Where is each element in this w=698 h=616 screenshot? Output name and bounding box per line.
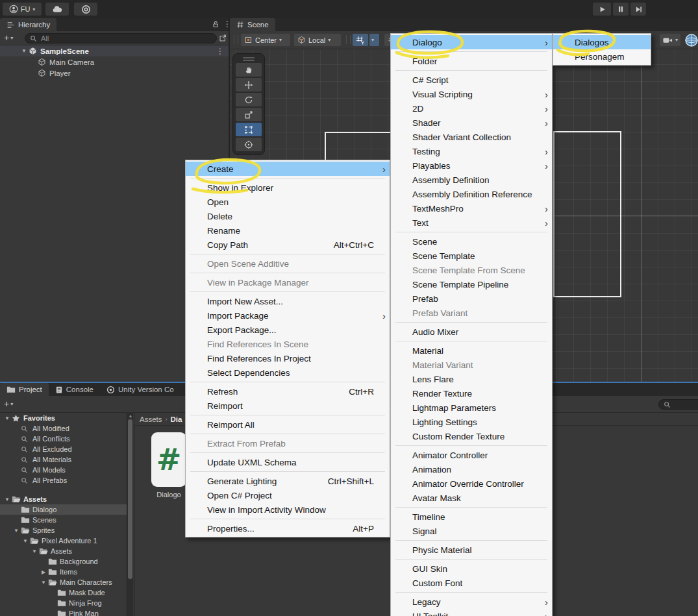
tree-row-all-prefabs[interactable]: All Prefabs xyxy=(0,475,127,486)
arrow-open-icon[interactable]: ▼ xyxy=(3,415,12,421)
menu-item-custom-render-texture[interactable]: Custom Render Texture xyxy=(391,429,552,443)
menu-item-generate-lighting[interactable]: Generate LightingCtrl+Shift+L xyxy=(186,474,390,488)
menu-item-folder[interactable]: Folder xyxy=(391,54,552,68)
tree-row-all-excluded[interactable]: All Excluded xyxy=(0,444,127,454)
project-search-input[interactable] xyxy=(673,400,698,409)
menu-item-export-package[interactable]: Export Package... xyxy=(186,323,390,337)
tree-row-pixel-adventure-1[interactable]: ▼Pixel Adventure 1 xyxy=(0,536,127,546)
move-tool-button[interactable] xyxy=(236,78,262,92)
tab-scene[interactable]: Scene xyxy=(230,18,275,31)
menu-item-reimport-all[interactable]: Reimport All xyxy=(186,417,390,432)
cloud-button[interactable] xyxy=(45,3,69,16)
rect-tool-button[interactable] xyxy=(236,123,262,136)
menu-item-physic-material[interactable]: Physic Material xyxy=(391,543,552,557)
transform-tool-button[interactable] xyxy=(236,138,262,151)
lock-icon[interactable] xyxy=(212,20,219,29)
menu-item-personagem[interactable]: Personagem xyxy=(553,49,651,64)
scale-tool-button[interactable] xyxy=(236,108,262,121)
menu-item-refresh[interactable]: RefreshCtrl+R xyxy=(186,384,390,399)
menu-item-material[interactable]: Material xyxy=(391,343,552,358)
menu-item-find-references-in-scene[interactable]: Find References In Scene xyxy=(186,337,390,351)
tree-row-all-modified[interactable]: All Modified xyxy=(0,423,127,434)
menu-item-animator-override-controller[interactable]: Animator Override Controller xyxy=(391,476,552,491)
tree-row-main-camera[interactable]: Main Camera xyxy=(0,56,229,68)
menu-item-legacy[interactable]: Legacy› xyxy=(391,595,552,609)
menu-item-ui-toolkit[interactable]: UI Toolkit› xyxy=(391,609,552,616)
asset-csharp-script-icon[interactable]: # xyxy=(151,432,186,487)
palette-drag-handle[interactable] xyxy=(236,56,262,62)
grid-visibility-button[interactable] xyxy=(353,34,368,46)
menu-item-show-in-explorer[interactable]: Show in Explorer xyxy=(186,180,390,195)
scene-gizmo-button[interactable] xyxy=(684,34,698,46)
menu-item-2d[interactable]: 2D› xyxy=(391,101,552,116)
menu-item-animator-controller[interactable]: Animator Controller xyxy=(391,448,552,462)
scene-camera-button[interactable]: ▾ xyxy=(660,34,680,46)
menu-item-dialogo[interactable]: Dialogo› xyxy=(391,35,552,49)
orientation-button[interactable]: Local ▾ xyxy=(294,34,341,46)
menu-item-shader-variant-collection[interactable]: Shader Variant Collection xyxy=(391,130,552,144)
menu-item-avatar-mask[interactable]: Avatar Mask xyxy=(391,491,552,505)
menu-item-view-in-package-manager[interactable]: View in Package Manager xyxy=(186,275,390,290)
rotate-tool-button[interactable] xyxy=(236,93,262,106)
menu-item-prefab[interactable]: Prefab xyxy=(391,291,552,306)
scroll-up-icon[interactable]: ▲ xyxy=(128,413,133,418)
menu-item-prefab-variant[interactable]: Prefab Variant xyxy=(391,306,552,320)
arrow-open-icon[interactable]: ▼ xyxy=(39,580,48,585)
menu-item-lightmap-parameters[interactable]: Lightmap Parameters xyxy=(391,400,552,415)
tab-hierarchy[interactable]: Hierarchy xyxy=(0,18,56,31)
arrow-open-icon[interactable]: ▼ xyxy=(21,538,30,544)
grid-visibility-dropdown[interactable]: ▾ xyxy=(369,34,379,46)
menu-item-c-script[interactable]: C# Script xyxy=(391,73,552,87)
menu-item-open-scene-additive[interactable]: Open Scene Additive xyxy=(186,256,390,271)
tab-unity-version-co[interactable]: Unity Version Co xyxy=(100,383,181,396)
menu-item-view-in-import-activity-window[interactable]: View in Import Activity Window xyxy=(186,502,390,517)
menu-item-create[interactable]: Create› xyxy=(186,162,390,176)
scrollbar-thumb[interactable] xyxy=(128,419,132,579)
project-search[interactable] xyxy=(658,399,698,410)
project-tree-scrollbar[interactable]: ▲ xyxy=(127,413,133,616)
menu-item-render-texture[interactable]: Render Texture xyxy=(391,386,552,400)
menu-item-reimport[interactable]: Reimport xyxy=(186,399,390,413)
tree-row-dialogo[interactable]: Dialogo xyxy=(0,504,127,515)
tab-console[interactable]: Console xyxy=(49,383,100,396)
menu-item-lens-flare[interactable]: Lens Flare xyxy=(391,372,552,386)
toolbar-grip[interactable] xyxy=(234,35,238,44)
arrow-open-icon[interactable]: ▼ xyxy=(30,548,39,554)
tree-row-all-models[interactable]: All Models xyxy=(0,465,127,475)
hierarchy-search-input[interactable] xyxy=(40,34,212,43)
menu-item-scene-template-from-scene[interactable]: Scene Template From Scene xyxy=(391,263,552,277)
menu-item-material-variant[interactable]: Material Variant xyxy=(391,358,552,372)
step-button[interactable] xyxy=(630,3,646,16)
play-button[interactable] xyxy=(593,3,611,16)
menu-item-audio-mixer[interactable]: Audio Mixer xyxy=(391,325,552,339)
tab-project[interactable]: Project xyxy=(0,383,49,396)
tree-row-mask-dude[interactable]: Mask Dude xyxy=(0,587,127,598)
menu-item-delete[interactable]: Delete xyxy=(186,209,390,223)
menu-item-textmeshpro[interactable]: TextMeshPro› xyxy=(391,201,552,216)
menu-item-properties[interactable]: Properties...Alt+P xyxy=(186,521,390,536)
menu-item-assembly-definition[interactable]: Assembly Definition xyxy=(391,173,552,187)
hand-tool-button[interactable] xyxy=(236,63,262,77)
tree-row-all-conflicts[interactable]: All Conflicts xyxy=(0,434,127,444)
breadcrumb-root[interactable]: Assets xyxy=(140,415,162,423)
tree-row-favorites[interactable]: ▼Favorites xyxy=(0,413,127,423)
tree-row-items[interactable]: ▶Items xyxy=(0,567,127,577)
add-object-button[interactable]: + ▾ xyxy=(4,33,13,42)
arrow-open-icon[interactable]: ▼ xyxy=(3,497,12,502)
pause-button[interactable] xyxy=(613,3,629,16)
arrow-open-icon[interactable]: ▼ xyxy=(19,48,29,54)
tree-row-pink-man[interactable]: Pink Man xyxy=(0,608,127,616)
menu-item-dialogos[interactable]: Dialogos xyxy=(553,35,651,49)
menu-item-playables[interactable]: Playables› xyxy=(391,158,552,173)
menu-item-find-references-in-project[interactable]: Find References In Project xyxy=(186,351,390,365)
hierarchy-search[interactable] xyxy=(25,33,217,43)
tree-row-all-materials[interactable]: All Materials xyxy=(0,454,127,465)
scene-object-outline[interactable] xyxy=(553,131,621,297)
menu-item-assembly-definition-reference[interactable]: Assembly Definition Reference xyxy=(391,187,552,201)
menu-item-text[interactable]: Text› xyxy=(391,216,552,230)
menu-item-signal[interactable]: Signal xyxy=(391,524,552,538)
menu-item-open-c-project[interactable]: Open C# Project xyxy=(186,488,390,502)
create-asset-button[interactable]: + ▾ xyxy=(4,399,13,408)
menu-item-shader[interactable]: Shader› xyxy=(391,116,552,130)
tree-row-assets[interactable]: ▼Assets xyxy=(0,494,127,504)
